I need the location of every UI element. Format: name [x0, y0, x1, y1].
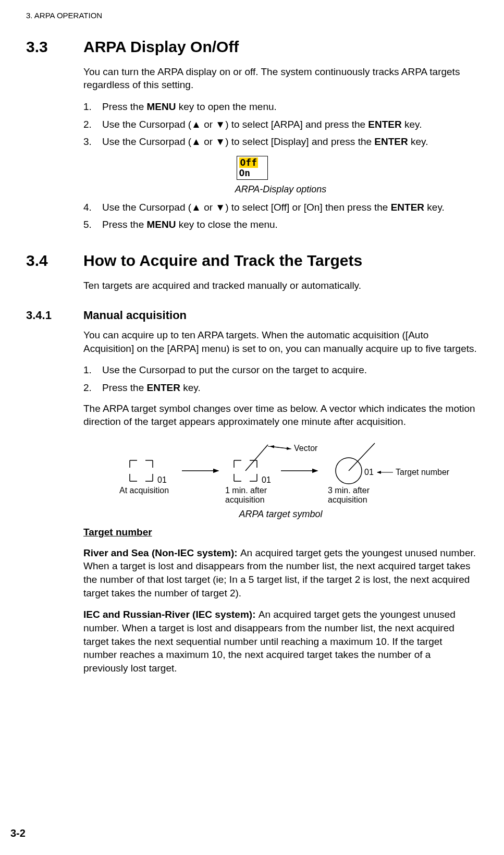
page-number: 3-2: [10, 826, 26, 840]
section-3-3-steps-cont: 4. Use the Cursorpad (▲ or ▼) to select …: [83, 201, 478, 231]
option-on: On: [239, 168, 265, 178]
text: Press the: [102, 219, 147, 230]
subsection-number: 3.4.1: [26, 308, 83, 323]
step-text: Use the Cursorpad (▲ or ▼) to select [Di…: [102, 135, 478, 149]
step-text: Press the MENU key to open the menu.: [102, 100, 478, 114]
svg-line-3: [271, 446, 291, 449]
text: Use the Cursorpad (▲ or ▼) to select [AR…: [102, 119, 368, 130]
chapter-header: 3. ARPA OPERATION: [26, 10, 478, 21]
text: key.: [402, 119, 422, 130]
text: Use the Cursorpad (▲ or ▼) to select [Of…: [102, 202, 391, 213]
label-3min: 3 min. after acquisition: [328, 486, 372, 504]
target-number-01: 01: [364, 468, 374, 477]
step-text: Press the MENU key to close the menu.: [102, 218, 478, 231]
section-3-4-1-steps: 1. Use the Cursorpad to put the cursor o…: [83, 363, 478, 394]
enter-key-label: ENTER: [374, 136, 408, 147]
section-title: ARPA Display On/Off: [83, 36, 239, 58]
text: key.: [424, 202, 445, 213]
list-item: 1. Press the MENU key to open the menu.: [83, 100, 478, 114]
step-number: 2.: [83, 118, 102, 131]
menu-key-label: MENU: [147, 101, 176, 112]
list-item: 5. Press the MENU key to close the menu.: [83, 218, 478, 231]
text: key.: [408, 136, 428, 147]
river-sea-paragraph: River and Sea (Non-IEC system): An acqui…: [83, 546, 478, 600]
list-item: 2. Press the ENTER key.: [83, 381, 478, 395]
target-number-01: 01: [262, 475, 271, 484]
target-number-01: 01: [157, 475, 167, 484]
list-item: 4. Use the Cursorpad (▲ or ▼) to select …: [83, 201, 478, 214]
section-3-3-intro: You can turn the ARPA display on or off.…: [83, 65, 478, 92]
step-number: 1.: [83, 100, 102, 114]
section-number: 3.3: [26, 36, 83, 58]
options-caption: ARPA-Display options: [83, 183, 478, 196]
label-target-number: Target number: [396, 468, 450, 477]
list-item: 2. Use the Cursorpad (▲ or ▼) to select …: [83, 118, 478, 131]
section-number: 3.4: [26, 250, 83, 272]
step-number: 4.: [83, 201, 102, 214]
svg-line-6: [349, 443, 375, 471]
step-number: 2.: [83, 381, 102, 395]
menu-key-label: MENU: [147, 219, 176, 230]
text: Press the: [102, 101, 147, 112]
step-text: Use the Cursorpad to put the cursor on t…: [102, 363, 478, 377]
iec-label: IEC and Russian-River (IEC system):: [83, 609, 259, 620]
section-3-4-intro: Ten targets are acquired and tracked man…: [83, 279, 478, 292]
section-3-4-1-header: 3.4.1 Manual acquisition: [26, 308, 478, 323]
iec-paragraph: IEC and Russian-River (IEC system): An a…: [83, 608, 478, 675]
step-text: Use the Cursorpad (▲ or ▼) to select [AR…: [102, 118, 478, 131]
label-at-acquisition: At acquisition: [119, 486, 169, 495]
option-off: Off: [239, 157, 259, 168]
river-sea-label: River and Sea (Non-IEC system):: [83, 547, 240, 558]
list-item: 1. Use the Cursorpad to put the cursor o…: [83, 363, 478, 377]
step-number: 5.: [83, 218, 102, 231]
arpa-display-options-box: Off On: [237, 156, 268, 180]
text: Press the: [102, 382, 147, 393]
section-title: How to Acquire and Track the Targets: [83, 250, 362, 272]
enter-key-label: ENTER: [368, 119, 401, 130]
label-1min: 1 min. after acquisition: [225, 486, 269, 504]
label-vector: Vector: [294, 444, 318, 453]
section-3-4-1-aftersteps: The ARPA target symbol changes over time…: [83, 402, 478, 429]
target-number-heading: Target number: [83, 526, 478, 539]
diagram-caption: ARPA target symbol: [83, 508, 478, 520]
step-number: 1.: [83, 363, 102, 377]
text: Use the Cursorpad (▲ or ▼) to select [Di…: [102, 136, 374, 147]
section-3-4-header: 3.4 How to Acquire and Track the Targets: [26, 250, 478, 272]
text: key to close the menu.: [176, 219, 278, 230]
step-text: Use the Cursorpad (▲ or ▼) to select [Of…: [102, 201, 478, 214]
section-3-4-1-intro: You can acquire up to ten ARPA targets. …: [83, 328, 478, 355]
arpa-target-symbol-diagram: 01 At acquisition 01 1 min. after acquis…: [83, 437, 478, 505]
subsection-title: Manual acquisition: [83, 308, 187, 323]
step-number: 3.: [83, 135, 102, 149]
text: key to open the menu.: [176, 101, 277, 112]
section-3-3-header: 3.3 ARPA Display On/Off: [26, 36, 478, 58]
section-3-3-steps: 1. Press the MENU key to open the menu. …: [83, 100, 478, 149]
text: key.: [180, 382, 201, 393]
list-item: 3. Use the Cursorpad (▲ or ▼) to select …: [83, 135, 478, 149]
step-text: Press the ENTER key.: [102, 381, 478, 395]
enter-key-label: ENTER: [391, 202, 424, 213]
enter-key-label: ENTER: [147, 382, 180, 393]
